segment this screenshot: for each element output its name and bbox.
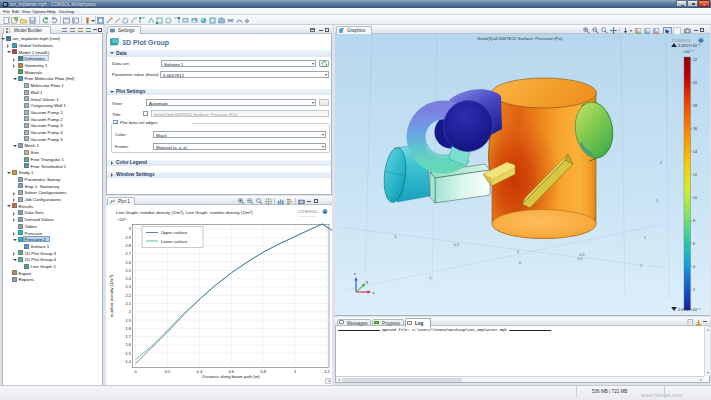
svg-text:0.2: 0.2: [165, 369, 171, 374]
svg-text:-1: -1: [428, 276, 431, 280]
svg-text:10: 10: [693, 196, 697, 200]
svg-text:2.5: 2.5: [125, 268, 131, 273]
svg-text:y: y: [366, 279, 368, 284]
svg-text:2.7: 2.7: [125, 251, 131, 256]
svg-text:1: 1: [640, 264, 642, 268]
svg-text:COMSOL: COMSOL: [298, 209, 318, 214]
svg-text:14: 14: [693, 150, 697, 154]
svg-text:2.9: 2.9: [125, 235, 131, 240]
svg-text:2.0969×10⁻⁵: 2.0969×10⁻⁵: [678, 307, 701, 312]
svg-text:2: 2: [660, 161, 662, 165]
svg-text:8: 8: [693, 219, 695, 223]
svg-text:Line Graph: number density (1/: Line Graph: number density (1/m³), Line …: [116, 210, 253, 215]
svg-text:1.2: 1.2: [324, 369, 330, 374]
svg-text:MULTIPHYSICS: MULTIPHYSICS: [298, 215, 315, 217]
svg-text:2.6: 2.6: [125, 260, 131, 265]
svg-text:12: 12: [693, 173, 697, 177]
svg-text:1.9: 1.9: [125, 318, 131, 323]
svg-text:16: 16: [693, 127, 697, 131]
svg-text:COMSOL: COMSOL: [672, 38, 692, 43]
svg-text:0: 0: [517, 250, 519, 254]
svg-text:Distance along beam path (m): Distance along beam path (m): [202, 374, 260, 379]
svg-text:0.8: 0.8: [260, 369, 266, 374]
svg-text:theta(5)=6.6667E12 Surface:: theta(5)=6.6667E12 Surface: Pressure (Pa…: [478, 36, 563, 41]
svg-text:Upper surface: Upper surface: [161, 230, 188, 235]
svg-text:number density (1/m³): number density (1/m³): [109, 274, 114, 317]
svg-text:4: 4: [693, 265, 695, 269]
svg-text:0.6: 0.6: [229, 369, 235, 374]
svg-text:1.8: 1.8: [125, 326, 131, 331]
svg-text:18: 18: [693, 104, 697, 108]
svg-text:2.8: 2.8: [125, 243, 131, 248]
svg-text:0.4: 0.4: [197, 369, 203, 374]
svg-text:1: 1: [656, 199, 658, 203]
svg-text:2.2: 2.2: [125, 293, 131, 298]
svg-text:-1: -1: [393, 235, 396, 239]
svg-text:0: 0: [519, 261, 521, 265]
svg-text:20: 20: [693, 81, 697, 85]
svg-text:Lower surface: Lower surface: [161, 239, 188, 244]
svg-text:×10⁻⁴: ×10⁻⁴: [683, 49, 694, 54]
svg-text:0.5: 0.5: [580, 253, 585, 257]
svg-text:2.4: 2.4: [125, 276, 131, 281]
svg-text:1.4: 1.4: [125, 359, 131, 364]
svg-text:1: 1: [644, 236, 646, 240]
svg-text:2.3: 2.3: [125, 284, 131, 289]
svg-text:1.6: 1.6: [125, 342, 131, 347]
svg-text:2.2217×10⁻³: 2.2217×10⁻³: [678, 43, 701, 48]
svg-text:2.1: 2.1: [125, 301, 131, 306]
svg-text:×10¹⁷: ×10¹⁷: [118, 217, 128, 222]
svg-text:-0.5: -0.5: [453, 243, 459, 247]
svg-text:0.5: 0.5: [578, 257, 583, 261]
svg-text:x: x: [373, 290, 375, 295]
svg-text:6: 6: [693, 242, 695, 246]
svg-text:22: 22: [693, 58, 697, 62]
svg-text:z: z: [354, 271, 356, 276]
svg-text:1.5: 1.5: [125, 351, 131, 356]
svg-text:1.7: 1.7: [125, 334, 131, 339]
svg-text:2: 2: [693, 288, 695, 292]
